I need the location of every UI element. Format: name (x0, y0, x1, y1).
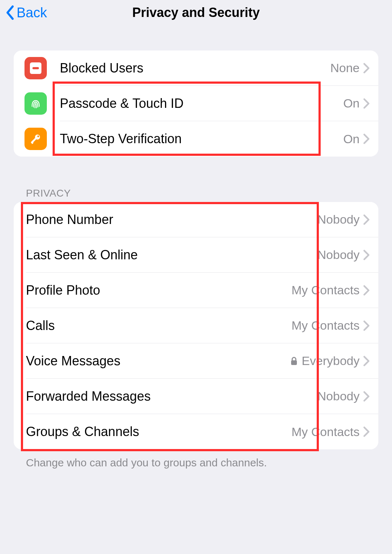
row-value: Nobody (317, 389, 360, 403)
row-last-seen-online[interactable]: Last Seen & Online Nobody (14, 237, 378, 273)
key-icon (24, 128, 47, 150)
row-calls[interactable]: Calls My Contacts (14, 308, 378, 343)
chevron-right-icon (363, 320, 370, 331)
row-label: Calls (26, 318, 291, 333)
chevron-right-icon (363, 98, 370, 109)
chevron-right-icon (363, 426, 370, 437)
row-value: My Contacts (291, 283, 360, 297)
svg-point-2 (37, 136, 39, 137)
row-label: Two-Step Verification (60, 131, 343, 146)
row-voice-messages[interactable]: Voice Messages Everybody (14, 343, 378, 379)
chevron-right-icon (363, 391, 370, 402)
row-profile-photo[interactable]: Profile Photo My Contacts (14, 273, 378, 308)
row-label: Forwarded Messages (26, 389, 317, 404)
chevron-right-icon (363, 356, 370, 366)
privacy-section-header: PRIVACY (14, 188, 378, 199)
row-phone-number[interactable]: Phone Number Nobody (14, 202, 378, 237)
row-label: Profile Photo (26, 283, 291, 298)
row-value-text: Everybody (302, 354, 360, 368)
row-label: Last Seen & Online (26, 247, 317, 263)
row-groups-channels[interactable]: Groups & Channels My Contacts (14, 414, 378, 449)
fingerprint-icon (24, 92, 47, 115)
row-value: My Contacts (291, 318, 360, 333)
lock-icon (290, 356, 298, 366)
row-value: My Contacts (291, 425, 360, 439)
row-forwarded-messages[interactable]: Forwarded Messages Nobody (14, 379, 378, 414)
row-passcode-touch-id[interactable]: Passcode & Touch ID On (14, 86, 378, 121)
nav-bar: Back Privacy and Security (0, 0, 392, 25)
row-label: Voice Messages (26, 353, 290, 369)
row-value: On (343, 132, 360, 146)
chevron-left-icon (6, 5, 14, 20)
row-value: On (343, 96, 360, 110)
back-label: Back (17, 5, 47, 21)
row-label: Groups & Channels (26, 424, 291, 439)
row-two-step-verification[interactable]: Two-Step Verification On (14, 121, 378, 157)
footer-note: Change who can add you to groups and cha… (14, 449, 378, 469)
row-blocked-users[interactable]: Blocked Users None (14, 50, 378, 86)
row-value: Nobody (317, 248, 360, 262)
svg-rect-5 (291, 360, 297, 365)
security-group: Blocked Users None Passcode & Touch ID O… (14, 50, 378, 157)
chevron-right-icon (363, 63, 370, 74)
privacy-group: Phone Number Nobody Last Seen & Online N… (14, 202, 378, 449)
row-label: Blocked Users (60, 61, 330, 76)
chevron-right-icon (363, 250, 370, 260)
row-value: Everybody (290, 354, 360, 368)
row-label: Phone Number (26, 212, 317, 227)
page-title: Privacy and Security (0, 5, 392, 20)
chevron-right-icon (363, 214, 370, 225)
chevron-right-icon (363, 285, 370, 296)
row-label: Passcode & Touch ID (60, 96, 343, 111)
row-value: None (330, 61, 360, 75)
row-value: Nobody (317, 212, 360, 227)
chevron-right-icon (363, 133, 370, 144)
blocked-icon (24, 57, 47, 79)
back-button[interactable]: Back (6, 5, 47, 21)
svg-rect-0 (32, 67, 39, 69)
